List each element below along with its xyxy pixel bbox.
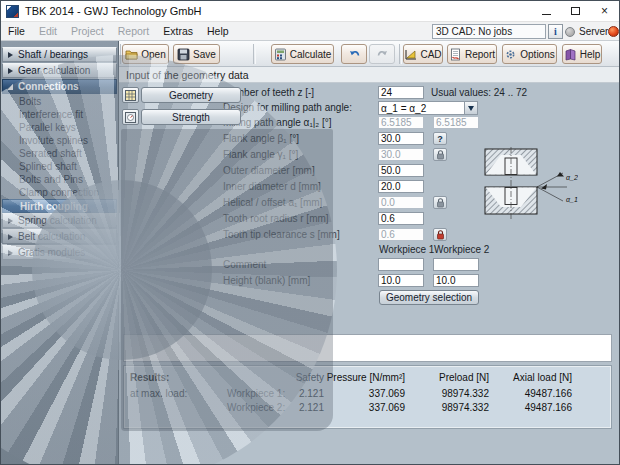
pressure-value-wp2: 337.069 [315, 402, 405, 413]
comment-workpiece2-input[interactable] [433, 258, 479, 271]
helical-offset-input [378, 196, 424, 209]
server-label: Server: [579, 26, 611, 37]
open-button[interactable]: Open [122, 44, 169, 64]
chevron-down-icon [468, 106, 474, 111]
report-button-label: Report [465, 49, 495, 60]
milling-angle-2-input [433, 116, 479, 129]
info-button[interactable]: i [548, 24, 563, 39]
results-panel: Results: Safety at max. load: Workpiece … [123, 365, 612, 429]
usual-values-note: Usual values: 24 .. 72 [431, 87, 527, 98]
results-title: Results: [130, 372, 169, 383]
lock-icon [436, 150, 445, 160]
help-button-label: Help [580, 49, 601, 60]
red-lock-icon [436, 230, 445, 240]
menu-extras[interactable]: Extras [156, 22, 200, 40]
maximize-button[interactable] [561, 1, 590, 21]
inner-diameter-input[interactable] [378, 180, 424, 193]
label-tooth-tip-clearance: Tooth tip clearance s [mm] [223, 229, 340, 240]
message-field[interactable] [123, 334, 612, 362]
calculator-icon [274, 48, 287, 61]
close-button[interactable]: × [590, 1, 619, 21]
cad-status-field: 3D CAD: No jobs [432, 24, 546, 39]
sidebar-section-label: Gratis modules [18, 247, 85, 258]
strength-tab-icon-button[interactable] [122, 109, 139, 125]
main-panel: Geometry Strength Number of teeth z [-] … [119, 83, 620, 465]
sidebar-section-connections[interactable]: Connections [2, 79, 117, 94]
report-button[interactable]: Report [447, 44, 497, 64]
sidebar-item-hirth-coupling[interactable]: Hirth coupling [2, 199, 117, 213]
flank-angle-gamma-input [378, 148, 424, 161]
comment-workpiece1-input[interactable] [378, 258, 424, 271]
tooth-tip-clearance-lock-button[interactable] [433, 228, 447, 241]
sidebar-item-bolts[interactable]: Bolts [1, 95, 118, 108]
workpiece-1-column-label: Workpiece 1 [379, 244, 434, 255]
axial-load-column-header: Axial load [N] [482, 372, 572, 383]
tooth-root-radius-input[interactable] [378, 212, 424, 225]
alpha1-label: α_1 [566, 196, 578, 203]
sidebar-section-label: Belt calculation [18, 231, 85, 242]
menu-report: Report [111, 22, 157, 40]
sidebar-item-bolts-and-pins[interactable]: Bolts and Pins [1, 173, 118, 186]
flank-angle-lock-button[interactable] [433, 148, 447, 161]
report-document-icon [449, 48, 462, 61]
menu-bar: File Edit Project Report Extras Help 3D … [1, 22, 619, 41]
coupling-cross-section-diagram: α_2 α_1 [483, 147, 578, 219]
toolbar: Open Save Calculate CAD Report Options [119, 41, 620, 67]
menu-file[interactable]: File [1, 22, 32, 40]
sidebar-section-gratis-modules[interactable]: Gratis modules [2, 245, 117, 260]
label-height-blank: Height (blank) [mm] [223, 275, 310, 286]
app-logo-icon [6, 5, 19, 18]
dropdown-arrow-button[interactable] [464, 102, 477, 114]
minimize-button[interactable] [532, 1, 561, 21]
number-of-teeth-input[interactable] [378, 86, 424, 99]
sidebar-section-gear-calculation[interactable]: Gear calculation [2, 63, 117, 78]
at-max-load-label: at max. load: [130, 388, 187, 399]
menu-help[interactable]: Help [200, 22, 236, 40]
geometry-tab[interactable]: Geometry [141, 87, 241, 103]
undo-button[interactable] [341, 44, 367, 64]
sidebar-item-splined-shaft[interactable]: Splined shaft [1, 160, 118, 173]
height-blank-workpiece1-input[interactable] [378, 274, 424, 287]
sidebar-section-belt-calculation[interactable]: Belt calculation [2, 229, 117, 244]
cad-button[interactable]: CAD [403, 44, 443, 64]
flank-angle-beta-input[interactable] [378, 132, 424, 145]
label-flank-angle-gamma: Flank angle γ₁ [°] [223, 149, 298, 160]
axial-load-value-wp1: 49487.166 [482, 388, 572, 399]
sidebar-item-clamp-connection[interactable]: Clamp connection [1, 186, 118, 199]
flank-angle-help-button[interactable]: ? [433, 132, 447, 145]
strength-tab[interactable]: Strength [141, 109, 241, 125]
app-window: TBK 2014 - GWJ Technology GmbH × File Ed… [0, 0, 620, 465]
chevron-right-icon [8, 68, 13, 74]
chevron-right-icon [8, 52, 13, 58]
sidebar-item-serrated-shaft[interactable]: Serrated shaft [1, 147, 118, 160]
workpiece-2-column-label: Workpiece 2 [434, 244, 489, 255]
minimize-icon [542, 14, 551, 15]
geometry-tab-icon-button[interactable] [122, 87, 139, 103]
sidebar-item-parallel-keys[interactable]: Parallel keys [1, 121, 118, 134]
design-milling-dropdown[interactable]: α_1 = α_2 [378, 101, 478, 115]
menu-project: Project [64, 22, 111, 40]
server-status-indicator [608, 26, 619, 37]
open-folder-icon [125, 48, 138, 61]
redo-button [369, 44, 395, 64]
label-inner-diameter: Inner diameter d [mm] [223, 181, 321, 192]
outer-diameter-input[interactable] [378, 164, 424, 177]
help-button[interactable]: Help [562, 44, 602, 64]
label-flank-angle-beta: Flank angle β₁ [°] [223, 133, 299, 144]
sidebar-section-shaft-bearings[interactable]: Shaft / bearings [2, 47, 117, 62]
label-tooth-root-radius: Tooth root radius r [mm] [223, 213, 329, 224]
chevron-right-icon [8, 234, 13, 240]
sidebar-section-spring-calculation[interactable]: Spring calculation [2, 213, 117, 228]
gauge-icon [125, 112, 136, 123]
maximize-icon [571, 7, 580, 15]
sidebar-item-involute-splines[interactable]: Involute splines [1, 134, 118, 147]
options-button[interactable]: Options [502, 44, 557, 64]
label-helical-offset: Helical / offset a₁ [mm] [223, 197, 322, 208]
save-button[interactable]: Save [173, 44, 220, 64]
height-blank-workpiece2-input[interactable] [433, 274, 479, 287]
calculate-button[interactable]: Calculate [271, 44, 334, 64]
geometry-selection-button[interactable]: Geometry selection [379, 290, 479, 305]
calculate-button-label: Calculate [290, 49, 332, 60]
sidebar-item-interference-fit[interactable]: Interference fit [1, 108, 118, 121]
helical-offset-lock-button[interactable] [433, 196, 447, 209]
